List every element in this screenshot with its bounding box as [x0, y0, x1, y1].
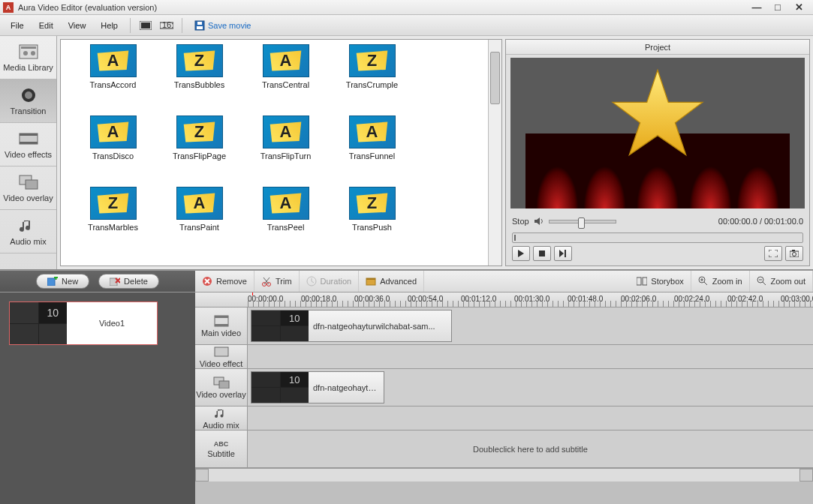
menu-view[interactable]: View [61, 18, 94, 33]
delete-button[interactable]: Delete [98, 274, 159, 289]
save-movie-link[interactable]: Save movie [194, 20, 251, 31]
overlay-clip[interactable]: 10 dfn-natgeohayturw... [251, 371, 384, 404]
svg-rect-35 [643, 278, 647, 285]
storybox-button[interactable]: Storybox [630, 271, 691, 292]
timeline-horizontal-scrollbar[interactable] [195, 468, 813, 482]
zoom-out-button[interactable]: Zoom out [750, 271, 813, 292]
transition-item-transflippage[interactable]: ZTransFlipPage [156, 116, 242, 187]
sidebar-tab-video-effects[interactable]: Video effects [0, 123, 56, 166]
transition-item-transdisco[interactable]: ATransDisco [70, 116, 156, 187]
svg-point-12 [25, 92, 32, 99]
preview-canvas[interactable] [510, 58, 805, 208]
play-button[interactable] [512, 246, 530, 261]
track-video-effect: Video effect [195, 345, 813, 369]
gallery-scrollbar[interactable] [488, 40, 501, 266]
subtitle-hint: Doubleclick here to add subtitle [248, 430, 813, 467]
transition-item-transpaint[interactable]: ATransPaint [156, 187, 242, 258]
duration-icon [306, 276, 317, 286]
snapshot-button[interactable] [785, 246, 803, 261]
fullscreen-button[interactable] [764, 246, 782, 261]
close-button[interactable]: ✕ [793, 2, 804, 13]
svg-marker-18 [613, 70, 703, 155]
sidebar-tab-audio-mix[interactable]: Audio mix [0, 210, 56, 254]
menu-help[interactable]: Help [93, 18, 125, 33]
save-movie-label: Save movie [208, 21, 251, 30]
advanced-button[interactable]: Advanced [359, 271, 424, 292]
sidebar-tab-media-library[interactable]: Media Library [0, 36, 56, 80]
next-button[interactable] [554, 246, 572, 261]
sidebar-label: Video overlay [3, 194, 53, 202]
aspect-16-9-icon[interactable]: 16:9 [158, 17, 175, 34]
preview-panel: Project Stop 00:00:00.0 / 00:01:00.0 [505, 39, 810, 266]
transition-item-transfunnel[interactable]: ATransFunnel [329, 116, 415, 187]
transition-item-transaccord[interactable]: ATransAccord [70, 44, 156, 116]
transition-thumb: A [90, 116, 137, 148]
sidebar-label: Media Library [3, 63, 53, 72]
menu-edit[interactable]: Edit [32, 18, 61, 33]
transition-thumb: Z [176, 116, 223, 148]
ruler-tick: 00:02:42.0 [727, 295, 763, 303]
transition-name: TransCrumple [346, 80, 398, 89]
sidebar-tab-video-overlay[interactable]: Video overlay [0, 166, 56, 210]
transition-item-transflipturn[interactable]: ATransFlipTurn [242, 116, 329, 187]
transition-gallery: ATransAccordZTransBubblesATransCentralZT… [60, 39, 502, 266]
timeline-ruler[interactable]: 00:00:00.000:00:18.000:00:36.000:00:54.0… [195, 292, 813, 308]
transition-item-transpeel[interactable]: ATransPeel [242, 187, 329, 258]
transition-item-transpush[interactable]: ZTransPush [329, 187, 415, 258]
transition-item-transmarbles[interactable]: ZTransMarbles [70, 187, 156, 258]
svg-rect-22 [565, 250, 566, 257]
transition-thumb: A [90, 44, 137, 77]
transition-thumb: A [263, 116, 309, 148]
timeline: 00:00:00.000:00:18.000:00:36.000:00:54.0… [195, 292, 813, 504]
seek-bar[interactable] [512, 232, 803, 243]
volume-icon[interactable] [534, 217, 544, 226]
ruler-tick: 00:03:00.0 [781, 295, 813, 303]
menu-file[interactable]: File [3, 18, 32, 33]
transition-thumb: Z [349, 44, 396, 77]
sidebar: Media Library Transition Video effects V… [0, 36, 57, 269]
media-library-icon [18, 44, 39, 60]
scroll-right-arrow[interactable] [799, 469, 813, 482]
transition-thumb: A [349, 116, 396, 148]
trim-button[interactable]: Trim [254, 271, 300, 292]
remove-button[interactable]: Remove [195, 271, 254, 292]
maximize-button[interactable]: □ [772, 2, 783, 13]
svg-rect-41 [215, 347, 228, 356]
time-display: 00:00:00.0 / 00:01:00.0 [718, 217, 803, 226]
transition-name: TransMarbles [88, 223, 138, 232]
stop-button[interactable] [533, 246, 551, 261]
new-button[interactable]: New [36, 274, 89, 289]
transition-item-transcentral[interactable]: ATransCentral [242, 44, 329, 116]
minimize-button[interactable]: — [751, 2, 762, 13]
main-video-clip[interactable]: 10 dfn-natgeohayturwilchabat-sam... [251, 310, 452, 342]
transition-thumb: Z [176, 44, 223, 77]
volume-slider[interactable] [549, 220, 616, 224]
aspect-4-3-icon[interactable] [137, 17, 154, 34]
new-icon [47, 277, 58, 286]
svg-rect-17 [26, 180, 38, 189]
audio-mix-icon [18, 218, 39, 234]
ruler-tick: 00:00:54.0 [408, 295, 443, 303]
transition-item-transbubbles[interactable]: ZTransBubbles [156, 44, 242, 116]
menu-bar: File Edit View Help 16:9 Save movie [0, 15, 813, 36]
zoom-out-icon [757, 276, 767, 286]
svg-rect-20 [539, 250, 545, 256]
clip-item[interactable]: 10 Video1 [9, 302, 158, 345]
svg-rect-33 [366, 278, 375, 280]
transition-thumb: A [176, 187, 223, 220]
film-icon [213, 315, 230, 327]
zoom-in-button[interactable]: Zoom in [691, 271, 750, 292]
transition-name: TransDisco [92, 152, 134, 160]
ruler-tick: 00:00:18.0 [301, 295, 336, 303]
scroll-left-arrow[interactable] [195, 469, 209, 482]
clip-bin: 10 Video1 [0, 292, 195, 504]
ruler-tick: 00:02:06.0 [621, 295, 656, 303]
sidebar-tab-transition[interactable]: Transition [0, 80, 56, 123]
effect-icon [213, 346, 230, 358]
sidebar-label: Video effects [5, 150, 52, 159]
ruler-tick: 00:00:36.0 [354, 295, 390, 303]
transition-item-transcrumple[interactable]: ZTransCrumple [329, 44, 415, 116]
svg-rect-14 [20, 134, 38, 136]
svg-marker-19 [518, 250, 524, 257]
ruler-tick: 00:01:30.0 [514, 295, 550, 303]
